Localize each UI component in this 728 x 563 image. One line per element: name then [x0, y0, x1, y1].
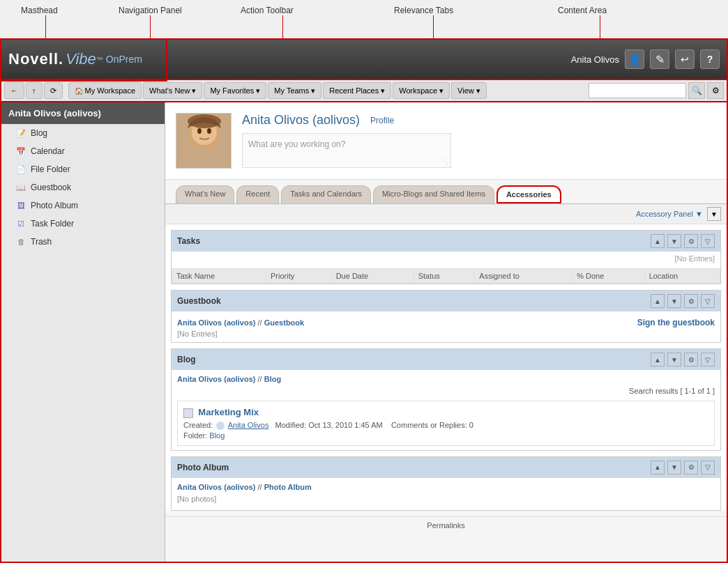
my-favorites-button[interactable]: My Favorites ▾ [204, 82, 266, 99]
calendar-label: Calendar [31, 146, 65, 156]
calendar-icon: 📅 [15, 146, 26, 157]
folder-link[interactable]: Blog [209, 431, 225, 440]
guestbook-path: Anita Olivos (aolivos) // Guestbook [177, 316, 304, 330]
profile-status-box[interactable]: What are you working on? ⋱ [242, 133, 451, 168]
tasks-section: Tasks ▲ ▼ ⚙ ▽ [No Entries] [171, 230, 721, 284]
avatar-image [176, 114, 231, 168]
workspace-menu-button[interactable]: Workspace ▾ [393, 82, 450, 99]
profile-status-text: What are you working on? [248, 139, 345, 149]
blog-entry-folder: Folder: Blog [183, 431, 708, 440]
guestbook-move-up[interactable]: ▲ [651, 294, 665, 308]
nav-item-calendar[interactable]: 📅 Calendar [1, 142, 165, 160]
photo-album-move-down[interactable]: ▼ [667, 461, 681, 475]
edit-icon-btn[interactable]: ✎ [650, 49, 669, 69]
search-input[interactable] [589, 83, 686, 98]
favorites-chevron: ▾ [256, 86, 260, 95]
sign-guestbook-link[interactable]: Sign the guestbook [637, 318, 715, 327]
tabs-bar: What's New Recent Tasks and Calendars Mi… [165, 180, 727, 204]
nav-item-photo-album[interactable]: 🖼 Photo Album [1, 196, 165, 215]
tasks-title: Tasks [177, 236, 200, 246]
masthead-username: Anita Olivos [571, 54, 619, 65]
resize-handle: ⋱ [441, 157, 448, 165]
nav-item-guestbook[interactable]: 📖 Guestbook [1, 178, 165, 196]
tasks-collapse[interactable]: ▽ [701, 234, 715, 248]
profile-link[interactable]: Profile [370, 116, 394, 125]
accessory-panel-collapse[interactable]: ▼ [707, 207, 721, 221]
up-icon: ↑ [32, 86, 36, 95]
guestbook-title: Guestbook [177, 296, 221, 306]
guestbook-user-link[interactable]: Anita Olivos (aolivos) [177, 318, 255, 327]
task-folder-label: Task Folder [31, 219, 74, 229]
masthead-right: Anita Olivos 👤 ✎ ↩ ? [571, 49, 720, 69]
photo-album-collapse[interactable]: ▽ [701, 461, 715, 475]
blog-section: Blog ▲ ▼ ⚙ ▽ Anita Olivos (aolivos) [171, 348, 721, 451]
whats-new-button[interactable]: What's New ▾ [143, 82, 202, 99]
up-button[interactable]: ↑ [26, 82, 43, 99]
blog-title: Blog [177, 355, 196, 364]
recent-places-button[interactable]: Recent Places ▾ [323, 82, 391, 99]
tab-microblogs-label: Micro-Blogs and Shared Items [382, 190, 485, 198]
blog-icon: 📝 [15, 128, 26, 139]
permalinks-link[interactable]: Permalinks [427, 521, 464, 530]
blog-move-down[interactable]: ▼ [667, 353, 681, 367]
photo-album-separator: // [258, 483, 264, 491]
tab-tasks-calendars[interactable]: Tasks and Calendars [281, 185, 371, 203]
guestbook-section: Guestbook ▲ ▼ ⚙ ▽ Anita Olivos [171, 290, 721, 343]
blog-move-up[interactable]: ▲ [651, 353, 665, 367]
blog-settings[interactable]: ⚙ [684, 353, 698, 367]
accessory-panel: Accessory Panel ▼ ▼ Tasks ▲ ▼ ⚙ [165, 204, 727, 511]
nav-item-trash[interactable]: 🗑 Trash [1, 233, 165, 251]
nav-arrow [150, 15, 151, 38]
back-icon: ← [10, 86, 18, 95]
search-button[interactable]: 🔍 [688, 82, 705, 99]
nav-item-blog[interactable]: 📝 Blog [1, 124, 165, 142]
photo-album-user-link[interactable]: Anita Olivos (aolivos) [177, 483, 255, 491]
teams-chevron: ▾ [311, 86, 315, 95]
tab-recent[interactable]: Recent [236, 185, 279, 203]
photo-album-folder-link[interactable]: Photo Album [264, 483, 312, 491]
my-teams-button[interactable]: My Teams ▾ [268, 82, 321, 99]
guestbook-move-down[interactable]: ▼ [667, 294, 681, 308]
tab-whats-new[interactable]: What's New [176, 185, 234, 203]
main-area: Novell . Vibe ™ OnPrem Anita Olivos 👤 ✎ … [0, 38, 728, 563]
reload-button[interactable]: ⟳ [44, 82, 63, 99]
photo-album-label: Photo Album [31, 201, 78, 210]
tab-microblogs[interactable]: Micro-Blogs and Shared Items [373, 185, 494, 203]
blog-folder-link[interactable]: Blog [264, 375, 281, 383]
guestbook-folder-link[interactable]: Guestbook [264, 318, 304, 327]
onprem-text: OnPrem [106, 54, 142, 65]
photo-album-no-photos: [No photos] [177, 492, 715, 506]
tasks-header: Tasks ▲ ▼ ⚙ ▽ [172, 231, 720, 252]
advanced-search-button[interactable]: ⚙ [707, 82, 724, 99]
my-workspace-button[interactable]: 🏠 My Workspace [68, 82, 142, 99]
author-link[interactable]: Anita Olivos [228, 421, 269, 429]
blog-entry-title-link[interactable]: Marketing Mix [198, 407, 259, 417]
tasks-move-up[interactable]: ▲ [651, 234, 665, 248]
photo-album-move-up[interactable]: ▲ [651, 461, 665, 475]
col-pct-done: % Done [572, 269, 644, 284]
workspace-menu-label: Workspace [399, 86, 437, 95]
my-workspace-label: My Workspace [85, 86, 136, 95]
back-button[interactable]: ← [4, 82, 24, 99]
tasks-move-down[interactable]: ▼ [667, 234, 681, 248]
view-button[interactable]: View ▾ [451, 82, 487, 99]
accessory-panel-link[interactable]: Accessory Panel ▼ [636, 210, 703, 218]
guestbook-settings[interactable]: ⚙ [684, 294, 698, 308]
signout-icon-btn[interactable]: ↩ [675, 49, 695, 69]
col-due-date: Due Date [331, 269, 414, 284]
blog-user-link[interactable]: Anita Olivos (aolivos) [177, 375, 255, 383]
profile-info: Anita Olivos (aolivos) Profile What are … [242, 113, 716, 168]
photo-album-header: Photo Album ▲ ▼ ⚙ ▽ [172, 457, 720, 478]
nav-item-file-folder[interactable]: 📄 File Folder [1, 160, 165, 178]
tab-accessories[interactable]: Accessories [496, 185, 561, 203]
svg-point-5 [207, 128, 211, 134]
guestbook-collapse[interactable]: ▽ [701, 294, 715, 308]
nav-item-task-folder[interactable]: ☑ Task Folder [1, 215, 165, 233]
photo-album-settings[interactable]: ⚙ [684, 461, 698, 475]
help-icon-btn[interactable]: ? [700, 49, 720, 69]
blog-collapse[interactable]: ▽ [701, 353, 715, 367]
profile-icon-btn[interactable]: 👤 [625, 49, 644, 69]
tasks-settings[interactable]: ⚙ [684, 234, 698, 248]
comments-label: Comments or Replies: 0 [391, 421, 473, 429]
blog-search-results: Search results [ 1-1 of 1 ] [177, 384, 715, 398]
